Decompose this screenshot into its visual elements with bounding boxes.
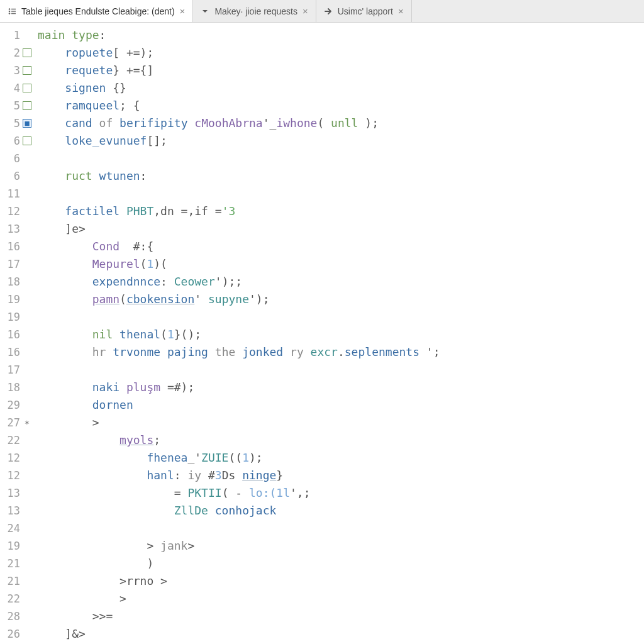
token: hanl xyxy=(147,469,174,482)
code-line[interactable]: requete} +={] xyxy=(38,62,644,79)
line-number: 16 xyxy=(0,238,31,255)
close-icon[interactable]: × xyxy=(398,6,404,16)
gutter: 123455■6661112131617181919161617182927✶2… xyxy=(0,23,35,644)
code-line[interactable]: fhenea_'ZUIE((1); xyxy=(38,449,644,467)
token: PHBT xyxy=(126,204,153,218)
code-line[interactable] xyxy=(38,519,644,537)
token: iwhone xyxy=(276,116,317,130)
code-line[interactable]: myols; xyxy=(38,431,644,449)
code-line[interactable]: cand of berifipity cMoohAbrna'_iwhone( u… xyxy=(38,114,644,132)
code-line[interactable]: ) xyxy=(38,555,644,572)
code-line[interactable]: > xyxy=(38,414,644,431)
code-line[interactable]: signen {} xyxy=(38,79,644,97)
gutter-marker-icon xyxy=(23,48,31,57)
line-number: 1 xyxy=(0,26,31,44)
close-icon[interactable]: × xyxy=(303,6,308,16)
line-number: 29 xyxy=(0,396,31,414)
code-line[interactable]: ]&> xyxy=(38,625,644,643)
code-line[interactable]: = PKTII( - lo:(1l',; xyxy=(38,484,644,502)
token: ZUIE xyxy=(201,451,228,464)
code-line[interactable]: ropuete[ +=); xyxy=(38,44,644,62)
line-number: 27✶ xyxy=(0,414,31,431)
token: Cond xyxy=(92,240,119,253)
token: type xyxy=(72,28,99,42)
code-line[interactable]: dornen xyxy=(38,396,644,414)
token: ');; xyxy=(215,275,242,288)
code-line[interactable] xyxy=(38,185,644,203)
token: of xyxy=(99,116,113,130)
token: wtunen xyxy=(99,169,140,182)
line-number: 4 xyxy=(0,79,31,97)
token: myols xyxy=(119,433,153,447)
gutter-marker-icon xyxy=(23,84,31,92)
token: hr xyxy=(92,345,106,358)
line-number: 6 xyxy=(0,132,31,150)
code-line[interactable]: hr trvonme pajing the jonked ry excr.sep… xyxy=(38,343,644,361)
line-number: 21 xyxy=(0,572,31,590)
code-line[interactable] xyxy=(38,150,644,167)
code-area[interactable]: main type: ropuete[ +=); requete} +={] s… xyxy=(35,23,644,644)
code-line[interactable]: Mepurel(1)( xyxy=(38,255,644,273)
token xyxy=(65,28,72,42)
code-line[interactable]: >>= xyxy=(38,608,644,625)
code-line[interactable]: > xyxy=(38,590,644,608)
line-number: 5■ xyxy=(0,114,31,132)
code-line[interactable]: ZllDe conhojack xyxy=(38,502,644,519)
line-number: 6 xyxy=(0,167,31,185)
line-number: 17 xyxy=(0,255,31,273)
code-line[interactable]: >rrno > xyxy=(38,572,644,590)
line-number: 28 xyxy=(0,608,31,625)
token: ( xyxy=(119,292,126,306)
token: . xyxy=(338,345,345,358)
code-line[interactable]: ramqueel; { xyxy=(38,97,644,114)
code-line[interactable] xyxy=(38,308,644,326)
line-number: 26 xyxy=(0,625,31,643)
tab-1[interactable]: Makey· jioie requests× xyxy=(193,0,316,22)
token: cMoohAbrna xyxy=(194,116,262,130)
code-line[interactable]: ]e> xyxy=(38,220,644,238)
gutter-marker-icon: ■ xyxy=(23,119,31,128)
code-line[interactable]: > jank> xyxy=(38,537,644,555)
code-line[interactable]: hanl: iy #3Ds ninge} xyxy=(38,467,644,484)
line-number: 19 xyxy=(0,291,31,308)
token: fhenea xyxy=(147,451,187,464)
code-line[interactable]: main type: xyxy=(38,26,644,44)
token: 3 xyxy=(215,469,222,482)
code-line[interactable]: loke_evunuef[]; xyxy=(38,132,644,150)
token: _' xyxy=(187,451,201,464)
code-line[interactable]: pamn(cbokension' supyne'); xyxy=(38,291,644,308)
token: '3 xyxy=(222,204,236,218)
tab-0[interactable]: Table jieques Endulste Cleabige: (dent)× xyxy=(0,0,193,22)
token xyxy=(113,116,119,130)
line-number: 17 xyxy=(0,361,31,379)
line-number: 22 xyxy=(0,431,31,449)
token: ninge xyxy=(242,469,276,482)
tab-2[interactable]: Usimc' lapport× xyxy=(316,0,412,22)
close-icon[interactable]: × xyxy=(180,6,186,16)
token: the xyxy=(215,345,236,358)
code-line[interactable]: Cond #:{ xyxy=(38,238,644,255)
token: : xyxy=(99,28,106,42)
token: cbokension xyxy=(126,292,194,306)
token: ,dn =,if = xyxy=(153,204,221,218)
code-editor[interactable]: 123455■6661112131617181919161617182927✶2… xyxy=(0,23,644,644)
token: Ds xyxy=(222,469,243,482)
line-number: 2 xyxy=(0,44,31,62)
code-line[interactable]: expendnnce: Ceower');; xyxy=(38,273,644,291)
token: >rrno > xyxy=(119,574,167,587)
token: dornen xyxy=(92,398,133,411)
code-line[interactable]: ruct wtunen: xyxy=(38,167,644,185)
code-line[interactable] xyxy=(38,361,644,379)
token: '_ xyxy=(263,116,277,130)
code-line[interactable]: naki pluşm =#); xyxy=(38,379,644,396)
token: lo:(1l xyxy=(249,486,290,499)
tab-bar: Table jieques Endulste Cleabige: (dent)×… xyxy=(0,0,644,23)
token: 1 xyxy=(167,328,174,341)
token: ruct xyxy=(65,169,92,182)
line-number: 3 xyxy=(0,62,31,79)
code-line[interactable]: factilel PHBT,dn =,if ='3 xyxy=(38,203,644,220)
line-number: 12 xyxy=(0,467,31,484)
code-line[interactable]: nil thenal(1}(); xyxy=(38,326,644,343)
token: jank xyxy=(160,539,187,552)
token: =#); xyxy=(160,380,194,394)
